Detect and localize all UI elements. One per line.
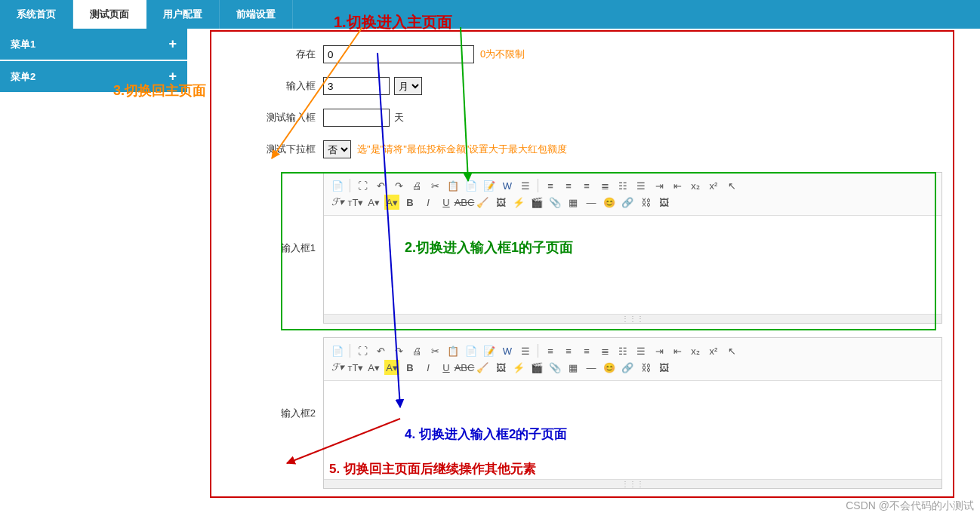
fullscreen-icon[interactable]: ⛶ (355, 343, 370, 358)
table-icon[interactable]: ▦ (566, 195, 581, 210)
justify-icon[interactable]: ≣ (597, 178, 612, 193)
attach-icon[interactable]: 📎 (547, 195, 562, 210)
editor2-body[interactable] (324, 381, 941, 479)
paste-text-icon[interactable]: 📝 (482, 343, 497, 358)
media-icon[interactable]: 🎬 (529, 195, 544, 210)
test-input-field[interactable] (323, 109, 390, 127)
bg-color-icon[interactable]: A▾ (384, 360, 399, 375)
redo-icon[interactable]: ↷ (391, 343, 406, 358)
source-icon[interactable]: 📄 (330, 343, 345, 358)
underline-icon[interactable]: U (439, 360, 454, 375)
align-center-icon[interactable]: ≡ (561, 343, 576, 358)
select-all-icon[interactable]: ☰ (518, 178, 533, 193)
list-ul-icon[interactable]: ☰ (633, 343, 649, 358)
tab-user-config[interactable]: 用户配置 (146, 0, 220, 29)
cursor-icon[interactable]: ↖ (724, 178, 739, 193)
align-left-icon[interactable]: ≡ (543, 343, 558, 358)
font-color-icon[interactable]: A▾ (366, 195, 381, 210)
bold-icon[interactable]: B (402, 360, 418, 375)
align-right-icon[interactable]: ≡ (579, 178, 594, 193)
tab-frontend-settings[interactable]: 前端设置 (220, 0, 293, 29)
paste-text-icon[interactable]: 📝 (482, 178, 497, 193)
list-ul-icon[interactable]: ☰ (633, 178, 649, 193)
outdent-icon[interactable]: ⇤ (670, 343, 685, 358)
exists-input[interactable] (323, 45, 474, 63)
link-icon[interactable]: 🔗 (620, 195, 635, 210)
italic-icon[interactable]: I (421, 195, 436, 210)
unit-select[interactable]: 月 (394, 77, 422, 95)
undo-icon[interactable]: ↶ (373, 343, 388, 358)
cut-icon[interactable]: ✂ (427, 343, 442, 358)
print-icon[interactable]: 🖨 (409, 343, 424, 358)
editor2-resize-handle[interactable]: ⋮⋮⋮ (324, 479, 941, 488)
hr-icon[interactable]: — (584, 360, 599, 375)
clear-format-icon[interactable]: 🧹 (475, 360, 490, 375)
source-icon[interactable]: 📄 (330, 178, 345, 193)
editor1: 📄 ⛶ ↶ ↷ 🖨 ✂ 📋 📄 📝 W ☰ ≡ ≡ (323, 172, 942, 324)
list-ol-icon[interactable]: ☷ (615, 343, 630, 358)
font-size-icon[interactable]: тT▾ (348, 195, 363, 210)
redo-icon[interactable]: ↷ (391, 178, 406, 193)
clear-format-icon[interactable]: 🧹 (475, 195, 490, 210)
indent-icon[interactable]: ⇥ (652, 178, 667, 193)
fullscreen-icon[interactable]: ⛶ (355, 178, 370, 193)
unlink-icon[interactable]: ⛓ (638, 195, 653, 210)
bold-icon[interactable]: B (402, 195, 418, 210)
sub-icon[interactable]: x₂ (688, 178, 703, 193)
align-right-icon[interactable]: ≡ (579, 343, 594, 358)
fullpage-icon[interactable]: 🖼 (656, 195, 671, 210)
attach-icon[interactable]: 📎 (547, 360, 562, 375)
table-icon[interactable]: ▦ (566, 360, 581, 375)
tab-home[interactable]: 系统首页 (0, 0, 73, 29)
paste-word-icon[interactable]: W (500, 343, 515, 358)
justify-icon[interactable]: ≣ (597, 343, 612, 358)
link-icon[interactable]: 🔗 (620, 360, 635, 375)
emoji-icon[interactable]: 😊 (602, 360, 617, 375)
paste-icon[interactable]: 📄 (464, 343, 479, 358)
underline-icon[interactable]: U (439, 195, 454, 210)
copy-icon[interactable]: 📋 (445, 178, 461, 193)
sidebar-item-label: 菜单2 (11, 70, 35, 84)
sup-icon[interactable]: x² (706, 343, 721, 358)
tab-test-page[interactable]: 测试页面 (73, 0, 146, 29)
image-icon[interactable]: 🖼 (493, 360, 508, 375)
align-center-icon[interactable]: ≡ (561, 178, 576, 193)
print-icon[interactable]: 🖨 (409, 178, 424, 193)
font-color-icon[interactable]: A▾ (366, 360, 381, 375)
copy-icon[interactable]: 📋 (445, 343, 461, 358)
paste-word-icon[interactable]: W (500, 178, 515, 193)
paste-icon[interactable]: 📄 (464, 178, 479, 193)
bg-color-icon[interactable]: A▾ (384, 195, 399, 210)
undo-icon[interactable]: ↶ (373, 178, 388, 193)
indent-icon[interactable]: ⇥ (652, 343, 667, 358)
cursor-icon[interactable]: ↖ (724, 343, 739, 358)
flash-icon[interactable]: ⚡ (511, 195, 526, 210)
sup-icon[interactable]: x² (706, 178, 721, 193)
top-navigation: 系统首页 测试页面 用户配置 前端设置 (0, 0, 980, 29)
font-family-icon[interactable]: ℱ▾ (330, 195, 345, 210)
hr-icon[interactable]: — (584, 195, 599, 210)
unlink-icon[interactable]: ⛓ (638, 360, 653, 375)
editor1-resize-handle[interactable]: ⋮⋮⋮ (324, 314, 941, 323)
sub-icon[interactable]: x₂ (688, 343, 703, 358)
image-icon[interactable]: 🖼 (493, 195, 508, 210)
sidebar-item-menu1[interactable]: 菜单1 + (0, 29, 187, 60)
sidebar-item-menu2[interactable]: 菜单2 + (0, 61, 187, 92)
select-all-icon[interactable]: ☰ (518, 343, 533, 358)
align-left-icon[interactable]: ≡ (543, 178, 558, 193)
cut-icon[interactable]: ✂ (427, 178, 442, 193)
fullpage-icon[interactable]: 🖼 (656, 360, 671, 375)
font-size-icon[interactable]: тT▾ (348, 360, 363, 375)
test-select[interactable]: 否 (323, 140, 351, 158)
media-icon[interactable]: 🎬 (529, 360, 544, 375)
flash-icon[interactable]: ⚡ (511, 360, 526, 375)
strike-icon[interactable]: ABC (457, 195, 472, 210)
inputbox-input[interactable] (323, 77, 390, 95)
emoji-icon[interactable]: 😊 (602, 195, 617, 210)
font-family-icon[interactable]: ℱ▾ (330, 360, 345, 375)
list-ol-icon[interactable]: ☷ (615, 178, 630, 193)
italic-icon[interactable]: I (421, 360, 436, 375)
editor1-body[interactable] (324, 216, 941, 314)
outdent-icon[interactable]: ⇤ (670, 178, 685, 193)
strike-icon[interactable]: ABC (457, 360, 472, 375)
